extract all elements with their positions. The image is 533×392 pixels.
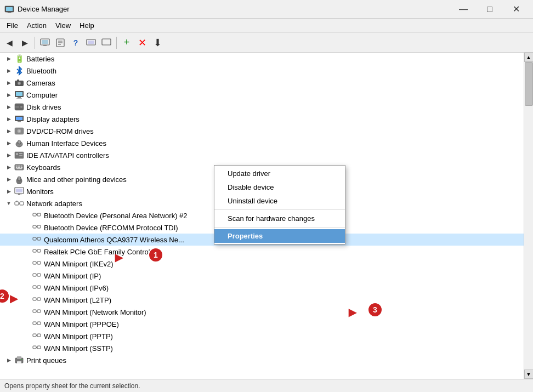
- svg-rect-44: [16, 167, 17, 168]
- scrollbar-track[interactable]: [524, 62, 534, 370]
- expand-print-queues[interactable]: ▶: [4, 356, 13, 365]
- toolbar-btn-2[interactable]: [53, 36, 67, 50]
- toolbar-download-button[interactable]: ⬇: [150, 36, 165, 50]
- menu-file[interactable]: File: [2, 19, 22, 32]
- wan-ikev2-label: WAN Miniport (IKEv2): [44, 260, 114, 268]
- monitors-label: Monitors: [26, 188, 54, 196]
- expand-cameras[interactable]: ▶: [4, 78, 13, 87]
- svg-rect-12: [88, 41, 94, 44]
- svg-rect-96: [17, 356, 21, 359]
- tree-item-disk-drives[interactable]: ▶ Disk drives: [0, 101, 524, 113]
- expand-bluetooth[interactable]: ▶: [4, 66, 13, 75]
- tree-view[interactable]: ▶ 🔋 Batteries ▶ Bluetooth ▶ Cameras ▶: [0, 53, 524, 379]
- tree-item-dvd[interactable]: ▶ DVD/CD-ROM drives: [0, 125, 524, 137]
- expand-ide[interactable]: ▶: [4, 151, 13, 160]
- mice-label: Mice and other pointing devices: [26, 175, 127, 184]
- svg-rect-17: [17, 79, 19, 81]
- close-button[interactable]: ✕: [503, 0, 529, 19]
- svg-point-16: [18, 82, 20, 84]
- tree-item-wan-ikev2[interactable]: WAN Miniport (IKEv2): [0, 258, 524, 270]
- maximize-button[interactable]: □: [477, 0, 502, 19]
- window-title: Device Manager: [18, 5, 451, 13]
- status-text: Opens property sheet for the current sel…: [4, 382, 140, 390]
- window-controls: — □ ✕: [451, 0, 529, 19]
- svg-rect-45: [18, 167, 20, 168]
- toolbar-btn-3[interactable]: [84, 36, 98, 50]
- menu-action[interactable]: Action: [22, 19, 51, 32]
- toolbar-btn-help[interactable]: ?: [69, 36, 83, 50]
- svg-rect-77: [33, 286, 36, 288]
- expand-hid[interactable]: ▶: [4, 139, 13, 147]
- svg-rect-24: [15, 106, 19, 108]
- ctx-properties[interactable]: Properties: [214, 229, 345, 243]
- tree-item-batteries[interactable]: ▶ 🔋 Batteries: [0, 53, 524, 65]
- svg-rect-42: [19, 166, 20, 167]
- ctx-sep-2: [214, 227, 345, 228]
- scrollbar[interactable]: ▲ ▼: [524, 53, 533, 379]
- expand-network-adapters[interactable]: ▼: [4, 199, 13, 208]
- qualcomm-icon: [32, 235, 42, 245]
- scroll-up-button[interactable]: ▲: [524, 53, 534, 62]
- tree-item-ide[interactable]: ▶ IDE ATA/ATAPI controllers: [0, 149, 524, 161]
- tree-item-realtek[interactable]: Realtek PCIe GbE Family Controller: [0, 246, 524, 258]
- menu-help[interactable]: Help: [75, 19, 99, 32]
- svg-rect-68: [33, 249, 36, 252]
- tree-item-computer[interactable]: ▶ Computer: [0, 89, 524, 101]
- ctx-scan-hardware[interactable]: Scan for hardware changes: [214, 212, 345, 225]
- ctx-update-driver[interactable]: Update driver: [214, 167, 345, 180]
- tree-item-bluetooth[interactable]: ▶ Bluetooth: [0, 65, 524, 77]
- tree-item-wan-netmon[interactable]: WAN Miniport (Network Monitor): [0, 306, 524, 318]
- status-bar: Opens property sheet for the current sel…: [0, 379, 533, 392]
- tree-item-wan-pptp[interactable]: WAN Miniport (PPTP): [0, 330, 524, 342]
- scroll-down-button[interactable]: ▼: [524, 370, 534, 379]
- svg-rect-27: [18, 121, 21, 122]
- wan-pppoe-label: WAN Miniport (PPPOE): [44, 320, 119, 328]
- menu-view[interactable]: View: [51, 19, 75, 32]
- expand-batteries[interactable]: ▶: [4, 54, 13, 63]
- expand-keyboards[interactable]: ▶: [4, 163, 13, 172]
- ctx-disable-device[interactable]: Disable device: [214, 180, 345, 194]
- toolbar-add-button[interactable]: +: [120, 36, 134, 50]
- svg-rect-62: [33, 225, 36, 228]
- tree-item-wan-ipv6[interactable]: WAN Miniport (IPv6): [0, 282, 524, 294]
- qualcomm-label: Qualcomm Atheros QCA9377 Wireless Ne...: [44, 236, 184, 244]
- tree-item-hid[interactable]: ▶ Human Interface Devices: [0, 137, 524, 149]
- ctx-uninstall-device[interactable]: Uninstall device: [214, 194, 345, 208]
- tree-item-print-queues[interactable]: ▶ Print queues: [0, 354, 524, 366]
- expand-mice[interactable]: ▶: [4, 175, 13, 184]
- expand-computer[interactable]: ▶: [4, 90, 13, 99]
- wan-pptp-icon: [32, 331, 42, 341]
- svg-rect-66: [37, 237, 41, 240]
- wan-sstp-icon: [32, 343, 42, 353]
- toolbar-btn-4[interactable]: [99, 36, 114, 50]
- svg-rect-52: [16, 189, 22, 192]
- tree-item-wan-l2tp[interactable]: WAN Miniport (L2TP): [0, 294, 524, 306]
- svg-rect-81: [37, 298, 41, 300]
- app-icon: [4, 4, 14, 14]
- svg-rect-93: [37, 346, 41, 349]
- toolbar-sep-1: [35, 37, 35, 49]
- toolbar-remove-button[interactable]: ✕: [135, 36, 149, 50]
- hid-icon: [14, 138, 24, 148]
- expand-dvd[interactable]: ▶: [4, 127, 13, 135]
- scrollbar-thumb[interactable]: [525, 62, 533, 106]
- tree-item-wan-ip[interactable]: WAN Miniport (IP): [0, 270, 524, 282]
- tree-item-cameras[interactable]: ▶ Cameras: [0, 77, 524, 89]
- expand-display-adapters[interactable]: ▶: [4, 115, 13, 123]
- expand-monitors[interactable]: ▶: [4, 187, 13, 196]
- wan-netmon-label: WAN Miniport (Network Monitor): [44, 308, 146, 316]
- svg-rect-75: [37, 274, 41, 276]
- expand-disk-drives[interactable]: ▶: [4, 103, 13, 111]
- tree-item-wan-sstp[interactable]: WAN Miniport (SSTP): [0, 342, 524, 354]
- tree-item-display-adapters[interactable]: ▶ Display adapters: [0, 113, 524, 125]
- back-button[interactable]: ◀: [2, 36, 16, 50]
- svg-rect-47: [16, 168, 22, 169]
- minimize-button[interactable]: —: [451, 0, 476, 19]
- svg-rect-54: [16, 195, 22, 195]
- wan-netmon-icon: [32, 307, 42, 317]
- toolbar-btn-1[interactable]: [38, 36, 52, 50]
- wan-l2tp-icon: [32, 295, 42, 305]
- forward-button[interactable]: ▶: [18, 36, 32, 50]
- keyboards-label: Keyboards: [26, 163, 60, 172]
- tree-item-wan-pppoe[interactable]: WAN Miniport (PPPOE): [0, 318, 524, 330]
